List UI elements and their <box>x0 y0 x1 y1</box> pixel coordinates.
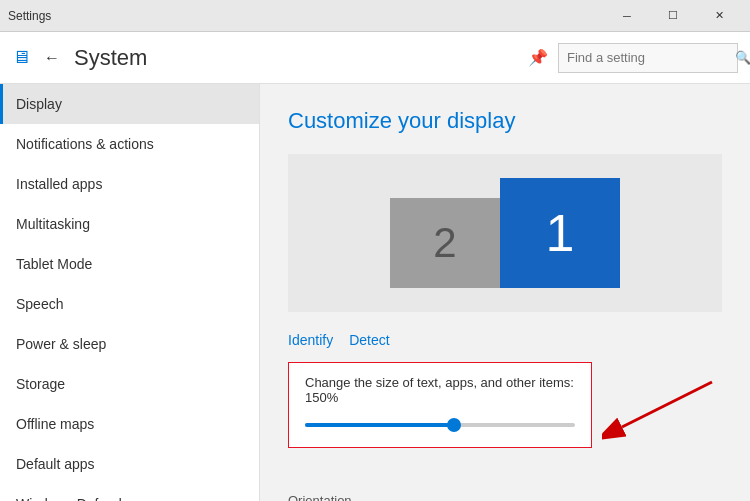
content-area: Customize your display 2 1 Identify Dete… <box>260 84 750 501</box>
sidebar-item-label: Windows Defender <box>16 496 134 501</box>
red-arrow-annotation <box>602 372 722 472</box>
slider-fill <box>305 423 454 427</box>
monitor-2[interactable]: 2 <box>390 198 500 288</box>
maximize-button[interactable]: ☐ <box>650 0 696 32</box>
sidebar-item-label: Notifications & actions <box>16 136 154 152</box>
sidebar-item-label: Default apps <box>16 456 95 472</box>
titlebar-title: Settings <box>8 9 51 23</box>
sidebar-item-label: Speech <box>16 296 63 312</box>
titlebar-controls: ─ ☐ ✕ <box>604 0 742 32</box>
sidebar-item-label: Tablet Mode <box>16 256 92 272</box>
header-title: System <box>74 45 518 71</box>
sidebar-item-label: Display <box>16 96 62 112</box>
slider-track <box>305 423 575 427</box>
display-links: Identify Detect <box>288 332 722 348</box>
sidebar-item-power-sleep[interactable]: Power & sleep <box>0 324 259 364</box>
sidebar-item-windows-defender[interactable]: Windows Defender <box>0 484 259 501</box>
sidebar-item-notifications[interactable]: Notifications & actions <box>0 124 259 164</box>
main-layout: Display Notifications & actions Installe… <box>0 84 750 501</box>
scale-label: Change the size of text, apps, and other… <box>305 375 575 405</box>
header: 🖥 ← System 📌 🔍 <box>0 32 750 84</box>
sidebar-item-label: Offline maps <box>16 416 94 432</box>
sidebar-item-storage[interactable]: Storage <box>0 364 259 404</box>
sidebar-item-display[interactable]: Display <box>0 84 259 124</box>
sidebar-item-tablet-mode[interactable]: Tablet Mode <box>0 244 259 284</box>
svg-line-1 <box>622 382 712 427</box>
close-button[interactable]: ✕ <box>696 0 742 32</box>
slider-thumb[interactable] <box>447 418 461 432</box>
back-button[interactable]: ← <box>40 45 64 71</box>
display-preview: 2 1 <box>288 154 722 312</box>
sidebar-item-default-apps[interactable]: Default apps <box>0 444 259 484</box>
scale-slider[interactable] <box>305 415 575 435</box>
sidebar-item-label: Power & sleep <box>16 336 106 352</box>
sidebar-item-multitasking[interactable]: Multitasking <box>0 204 259 244</box>
sidebar: Display Notifications & actions Installe… <box>0 84 260 501</box>
sidebar-item-label: Storage <box>16 376 65 392</box>
sidebar-item-installed-apps[interactable]: Installed apps <box>0 164 259 204</box>
minimize-button[interactable]: ─ <box>604 0 650 32</box>
identify-link[interactable]: Identify <box>288 332 333 348</box>
sidebar-item-label: Installed apps <box>16 176 102 192</box>
titlebar: Settings ─ ☐ ✕ <box>0 0 750 32</box>
search-icon: 🔍 <box>735 50 750 65</box>
detect-link[interactable]: Detect <box>349 332 389 348</box>
orientation-label: Orientation <box>288 493 722 501</box>
pin-icon: 📌 <box>528 48 548 67</box>
sidebar-item-offline-maps[interactable]: Offline maps <box>0 404 259 444</box>
computer-icon: 🖥 <box>12 47 30 68</box>
search-input[interactable] <box>567 50 735 65</box>
search-box: 🔍 <box>558 43 738 73</box>
monitor-1[interactable]: 1 <box>500 178 620 288</box>
page-title: Customize your display <box>288 108 722 134</box>
sidebar-item-label: Multitasking <box>16 216 90 232</box>
sidebar-item-speech[interactable]: Speech <box>0 284 259 324</box>
scale-section: Change the size of text, apps, and other… <box>288 362 592 448</box>
